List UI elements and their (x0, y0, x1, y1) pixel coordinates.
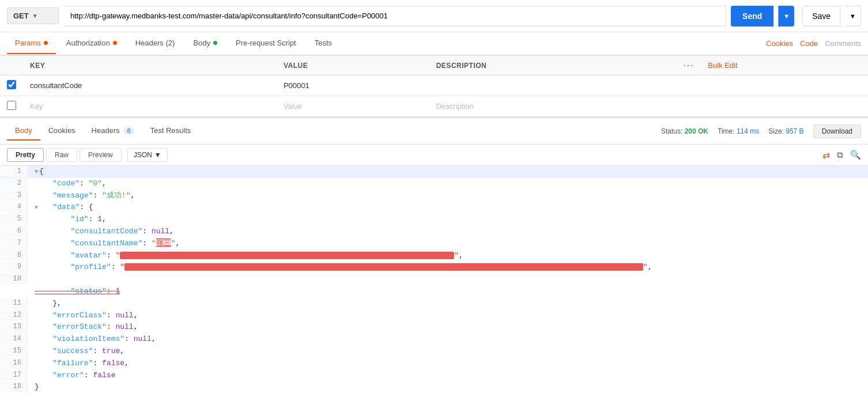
download-button[interactable]: Download (813, 124, 861, 138)
json-line-14: 14 "violationItems": null, (0, 333, 868, 346)
code-link[interactable]: Code (800, 39, 818, 48)
method-chevron-icon: ▼ (32, 13, 38, 19)
tab-tests[interactable]: Tests (307, 33, 340, 54)
resp-tab-headers[interactable]: Headers 8 (84, 122, 142, 141)
right-links: Cookies Code Comments (766, 39, 861, 48)
row2-key: Key (23, 96, 277, 117)
params-dot (44, 41, 48, 45)
url-input[interactable] (63, 6, 726, 26)
response-meta: Status: 200 OK Time: 114 ms Size: 957 B … (661, 124, 861, 138)
headers-label: Headers (2) (135, 39, 175, 47)
resp-tab-testresults[interactable]: Test Results (142, 122, 199, 141)
json-viewer[interactable]: 1 ▼{ 2 "code": "0", 3 "message": "成功!", … (0, 166, 868, 417)
tab-params[interactable]: Params (7, 33, 56, 54)
row1-description (429, 75, 677, 96)
json-line-17: 17 "error": false (0, 370, 868, 382)
table-row: consultantCode P00001 (0, 75, 868, 96)
raw-button[interactable]: Raw (46, 148, 77, 162)
main-content: Params Authorization Headers (2) Body Pr… (0, 32, 868, 417)
send-button[interactable]: Send (731, 6, 773, 26)
json-line-18: 18 } (0, 381, 868, 393)
response-header: Body Cookies Headers 8 Test Results Stat… (0, 117, 868, 145)
row1-more (677, 75, 701, 96)
resp-tab-body[interactable]: Body (7, 122, 40, 141)
col-value: VALUE (277, 56, 429, 75)
row2-checkbox[interactable] (7, 101, 16, 110)
json-line-4: 4 ▼ "data": { (0, 202, 868, 214)
format-label: JSON (134, 151, 152, 159)
params-label: Params (15, 39, 41, 47)
response-tabs: Body Cookies Headers 8 Test Results (7, 122, 199, 141)
size-label: Size: 957 B (768, 127, 803, 135)
json-line-8: 8 "avatar": "", (0, 250, 868, 262)
method-label: GET (13, 12, 29, 20)
authorization-dot (113, 41, 117, 45)
format-bar: Pretty Raw Preview JSON ▼ ⇄ ⧉ 🔍 (0, 145, 868, 166)
json-line-16: 16 "failure": false, (0, 358, 868, 370)
body-dot (213, 41, 217, 45)
row1-empty (701, 75, 868, 96)
request-tabs: Params Authorization Headers (2) Body Pr… (0, 32, 868, 55)
resp-headers-label: Headers (92, 126, 120, 135)
row2-check-cell (0, 96, 23, 117)
row2-empty (701, 96, 868, 117)
resp-tab-cookies[interactable]: Cookies (40, 122, 84, 141)
json-line-5: 5 "id": 1, (0, 214, 868, 226)
more-icon[interactable]: ··· (684, 60, 695, 70)
tab-prerequest[interactable]: Pre-request Script (228, 33, 304, 54)
col-bulkedit: Bulk Edit (701, 56, 868, 75)
status-label: Status: 200 OK (661, 127, 708, 135)
row1-key: consultantCode (23, 75, 277, 96)
json-line-9: 9 "profile": "", (0, 261, 868, 274)
search-button[interactable]: 🔍 (850, 150, 861, 160)
json-line-10: 10 "status": 1 (0, 274, 868, 298)
tab-body[interactable]: Body (185, 33, 225, 54)
json-line-1: 1 ▼{ (0, 166, 868, 178)
status-value: 200 OK (685, 127, 708, 135)
comments-link[interactable]: Comments (825, 39, 861, 48)
time-label: Time: 114 ms (718, 127, 759, 135)
top-bar: GET ▼ Send ▼ Save ▼ (0, 0, 868, 32)
table-row: Key Value Description (0, 96, 868, 117)
prerequest-label: Pre-request Script (236, 39, 296, 47)
time-value: 114 ms (737, 127, 759, 135)
row1-checkbox[interactable] (7, 80, 16, 89)
json-line-11: 11 }, (0, 298, 868, 310)
bulk-edit-button[interactable]: Bulk Edit (708, 61, 737, 70)
copy-button[interactable]: ⧉ (837, 150, 843, 160)
save-button[interactable]: Save (802, 6, 840, 26)
cookies-link[interactable]: Cookies (766, 39, 793, 48)
col-check (0, 56, 23, 75)
json-line-2: 2 "code": "0", (0, 178, 868, 190)
col-more: ··· (677, 56, 701, 75)
json-line-6: 6 "consultantCode": null, (0, 226, 868, 238)
authorization-label: Authorization (66, 39, 110, 47)
save-dropdown-button[interactable]: ▼ (845, 6, 861, 26)
tests-label: Tests (315, 39, 332, 47)
send-dropdown-button[interactable]: ▼ (778, 6, 794, 26)
row2-description: Description (429, 96, 677, 117)
wrap-icon[interactable]: ⇄ (822, 150, 830, 161)
json-line-15: 15 "success": true, (0, 346, 868, 358)
row1-value: P00001 (277, 75, 429, 96)
format-select[interactable]: JSON ▼ (127, 148, 168, 162)
resp-headers-badge: 8 (123, 127, 134, 135)
resp-testresults-label: Test Results (150, 126, 191, 135)
resp-cookies-label: Cookies (48, 126, 76, 135)
json-line-7: 7 "consultantName": "张三", (0, 238, 868, 250)
tab-headers[interactable]: Headers (2) (127, 33, 183, 54)
json-line-13: 13 "errorStack": null, (0, 321, 868, 333)
params-table: KEY VALUE DESCRIPTION ··· Bulk Edit cons… (0, 55, 868, 117)
tab-authorization[interactable]: Authorization (58, 33, 125, 54)
col-description: DESCRIPTION (429, 56, 677, 75)
json-line-12: 12 "errorClass": null, (0, 310, 868, 322)
col-key: KEY (23, 56, 277, 75)
method-select[interactable]: GET ▼ (7, 7, 59, 24)
row1-check-cell (0, 75, 23, 96)
preview-button[interactable]: Preview (80, 148, 122, 162)
row2-value: Value (277, 96, 429, 117)
resp-body-label: Body (15, 126, 32, 135)
size-value: 957 B (786, 127, 803, 135)
row2-more (677, 96, 701, 117)
pretty-button[interactable]: Pretty (7, 148, 44, 162)
